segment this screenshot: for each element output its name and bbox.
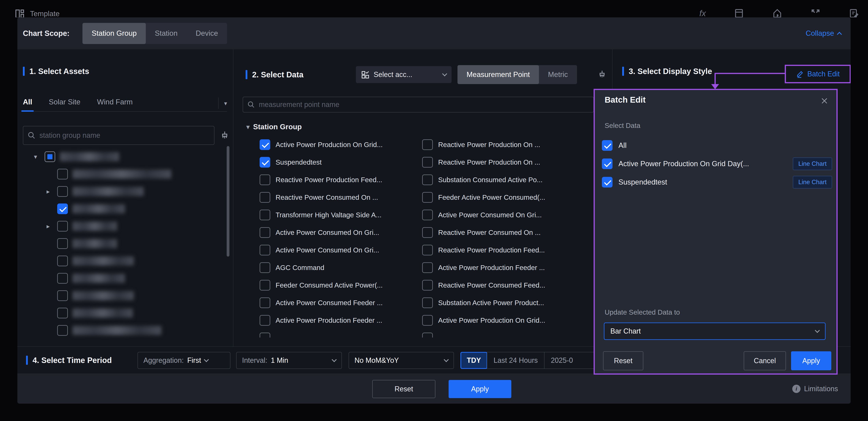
tab-wind-farm[interactable]: Wind Farm <box>97 96 133 111</box>
measurement-point-item[interactable]: Active Power Consumed On Gri... <box>422 206 606 223</box>
measurement-point-item[interactable]: AGC Command <box>259 259 417 276</box>
checkbox[interactable] <box>259 245 270 255</box>
measurement-point-item[interactable]: Active Power Production Feeder ... <box>422 259 606 276</box>
range-date-picker[interactable]: 2025-0 <box>544 352 595 368</box>
comparison-dropdown[interactable]: No MoM&YoY <box>348 352 454 369</box>
measurement-point-item[interactable]: Reactive Power Consumed On ... <box>422 223 606 241</box>
measurement-point-item[interactable]: Active Power Consumed On Gri... <box>259 223 417 241</box>
tree-checkbox[interactable] <box>57 204 68 214</box>
tree-checkbox[interactable] <box>57 273 68 283</box>
measurement-point-item[interactable]: Substation Active Power Product... <box>422 294 606 311</box>
measurement-point-item[interactable]: Transformer High Valtage Side A... <box>259 206 417 223</box>
tree-row[interactable] <box>18 217 226 235</box>
checkbox[interactable] <box>602 177 613 187</box>
chart-type-select[interactable]: Bar Chart <box>604 323 826 340</box>
checkbox[interactable] <box>422 297 433 308</box>
tab-solar-site[interactable]: Solar Site <box>49 96 80 111</box>
reset-button[interactable]: Reset <box>372 380 435 398</box>
checkbox[interactable] <box>422 315 433 326</box>
checkbox[interactable] <box>422 139 433 150</box>
checkbox[interactable] <box>422 192 433 203</box>
scope-option-device[interactable]: Device <box>187 23 227 44</box>
tree-row[interactable] <box>18 200 226 217</box>
dialog-reset-button[interactable]: Reset <box>603 351 643 370</box>
measurement-point-item[interactable]: Active Power Consumed On Gri... <box>259 241 417 259</box>
template-breadcrumb[interactable]: Template <box>14 9 60 18</box>
tree-checkbox[interactable] <box>57 255 68 266</box>
close-icon[interactable] <box>820 97 829 105</box>
checkbox[interactable] <box>259 280 270 291</box>
dialog-apply-button[interactable]: Apply <box>791 351 831 370</box>
checkbox[interactable] <box>422 175 433 185</box>
checkbox[interactable] <box>259 315 270 326</box>
scope-option-station-group[interactable]: Station Group <box>83 23 146 44</box>
range-tdy[interactable]: TDY <box>460 352 487 369</box>
mode-metric[interactable]: Metric <box>539 65 577 84</box>
measurement-point-item[interactable]: Active Power Production On Grid... <box>259 136 417 153</box>
checkbox[interactable] <box>422 262 433 273</box>
checkbox[interactable] <box>422 227 433 238</box>
checkbox[interactable] <box>259 192 270 203</box>
tree-row[interactable] <box>18 235 226 252</box>
checkbox[interactable] <box>259 157 270 168</box>
measurement-point-item[interactable] <box>259 329 417 337</box>
scope-option-station[interactable]: Station <box>146 23 187 44</box>
interval-dropdown[interactable]: Interval: 1 Min <box>236 352 342 369</box>
tree-row[interactable] <box>18 287 226 304</box>
tree-checkbox[interactable] <box>57 308 68 319</box>
limitations-link[interactable]: i Limitations <box>792 374 838 403</box>
measurement-point-item[interactable]: Reactive Power Production Feed... <box>422 241 606 259</box>
measurement-point-search-input[interactable] <box>259 100 589 109</box>
tree-checkbox[interactable] <box>57 186 68 197</box>
dialog-cancel-button[interactable]: Cancel <box>744 351 786 370</box>
measurement-point-item[interactable]: Reactive Power Consumed Feed... <box>422 276 606 294</box>
checkbox[interactable] <box>259 139 270 150</box>
measurement-point-item[interactable]: Suspendedtest <box>259 153 417 171</box>
measurement-point-item[interactable]: Active Power Production Feeder ... <box>259 311 417 329</box>
measurement-point-item[interactable]: Reactive Power Production On ... <box>422 153 606 171</box>
checkbox[interactable] <box>259 175 270 185</box>
tree-checkbox[interactable] <box>44 151 55 162</box>
expand-icon[interactable] <box>810 8 820 18</box>
range-last-24-hours[interactable]: Last 24 Hours <box>487 352 544 368</box>
formula-fx-icon[interactable]: fx <box>699 9 706 18</box>
collapse-link[interactable]: Collapse <box>806 29 841 37</box>
apply-button[interactable]: Apply <box>448 380 511 398</box>
measurement-point-search[interactable] <box>243 97 594 113</box>
tree-expand-icon[interactable] <box>44 222 53 230</box>
checkbox[interactable] <box>259 333 270 338</box>
select-account-dropdown[interactable]: Select acc... <box>356 66 452 83</box>
checkbox[interactable] <box>422 210 433 220</box>
notes-icon[interactable] <box>849 8 859 18</box>
station-group-search-input[interactable] <box>39 131 210 140</box>
tree-checkbox[interactable] <box>57 290 68 301</box>
station-group-search[interactable] <box>23 126 214 145</box>
batch-edit-button[interactable]: Batch Edit <box>785 65 850 83</box>
tree-row[interactable] <box>18 183 226 200</box>
batch-edit-item[interactable]: All <box>602 136 832 154</box>
measurement-point-item[interactable]: Feeder Consumed Active Power(... <box>259 276 417 294</box>
measurement-point-item[interactable]: Reactive Power Consumed On ... <box>259 188 417 206</box>
measurement-point-item[interactable]: Reactive Power Production On ... <box>422 136 606 153</box>
aggregation-dropdown[interactable]: Aggregation: First <box>137 352 230 369</box>
checkbox[interactable] <box>602 140 613 151</box>
checkbox[interactable] <box>422 157 433 168</box>
tree-row[interactable] <box>18 166 226 183</box>
checkbox[interactable] <box>422 280 433 291</box>
tree-expand-icon[interactable] <box>31 153 40 160</box>
tree-checkbox[interactable] <box>57 169 68 179</box>
checkbox[interactable] <box>422 245 433 255</box>
tabs-overflow-caret-icon[interactable]: ▾ <box>224 100 227 107</box>
measurement-point-item[interactable]: Feeder Active Power Consumed(... <box>422 188 606 206</box>
measurement-point-item[interactable]: Active Power Consumed Feeder ... <box>259 294 417 311</box>
broom-clear-icon[interactable] <box>220 130 230 141</box>
measurement-point-item[interactable]: Substation Consumed Active Po... <box>422 171 606 188</box>
measurement-point-item[interactable]: Reactive Power Production Feed... <box>259 171 417 188</box>
broom-clear-icon[interactable] <box>597 69 607 79</box>
checkbox[interactable] <box>422 333 433 338</box>
checkbox[interactable] <box>259 227 270 238</box>
tree-scrollbar[interactable] <box>227 146 229 257</box>
tree-row[interactable] <box>18 322 226 339</box>
mode-measurement-point[interactable]: Measurement Point <box>458 65 539 84</box>
checkbox[interactable] <box>602 158 613 169</box>
